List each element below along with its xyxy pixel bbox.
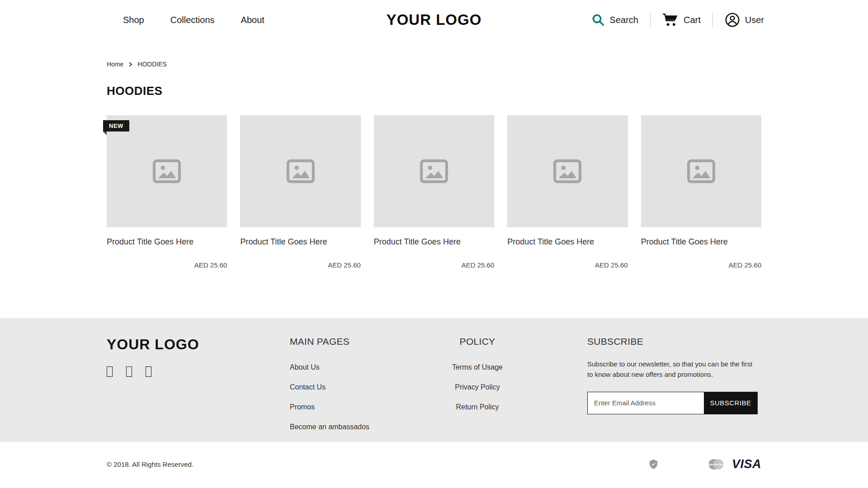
footer-link-promos[interactable]: Promos [290,403,410,411]
footer-heading-main-pages: MAIN PAGES [290,336,410,347]
product-card[interactable]: Product Title Goes Here AED 25.60 [507,115,627,269]
secure-shield-icon [649,459,658,469]
footer-policy-column: POLICY Terms of Usage Privacy Policy Ret… [410,336,545,443]
footer-link-about-us[interactable]: About Us [290,363,410,371]
footer-brand-column: YOUR LOGO [107,336,290,443]
subscribe-button[interactable]: SUBSCRIBE [704,392,757,414]
footer-link-terms[interactable]: Terms of Usage [410,363,545,371]
policy-links: Terms of Usage Privacy Policy Return Pol… [410,363,545,411]
product-image-placeholder [641,115,761,227]
product-title[interactable]: Product Title Goes Here [107,237,227,247]
product-image-placeholder [507,115,627,227]
site-footer: YOUR LOGO MAIN PAGES About Us Contact Us… [0,318,868,442]
cart-icon [662,13,679,27]
new-badge: NEW [103,120,129,131]
main-pages-links: About Us Contact Us Promos Become an amb… [290,363,410,431]
footer-logo: YOUR LOGO [107,336,290,353]
image-placeholder-icon [152,159,181,183]
search-button[interactable]: Search [591,13,638,27]
image-placeholder-icon [553,159,582,183]
user-button[interactable]: User [725,12,764,28]
main-content: Home HOODIES HOODIES NEW Product Title G… [107,40,761,269]
product-title[interactable]: Product Title Goes Here [641,237,761,247]
footer-link-ambassador[interactable]: Become an ambassados [290,423,410,431]
bottom-bar: © 2018. All Rights Reserved. MasterCard … [0,442,868,486]
product-image-placeholder [107,115,227,227]
footer-link-return[interactable]: Return Policy [410,403,545,411]
footer-grid: YOUR LOGO MAIN PAGES About Us Contact Us… [107,336,761,443]
social-icon[interactable] [126,366,132,377]
product-image-placeholder [374,115,494,227]
header-divider [712,13,713,27]
product-price: AED 25.60 [107,261,227,269]
product-price: AED 25.60 [507,261,627,269]
search-label: Search [610,15,638,25]
image-placeholder-icon [420,159,448,183]
footer-heading-subscribe: SUBSCRIBE [587,336,758,347]
cart-label: Cart [684,15,701,25]
image-placeholder-icon [687,159,716,183]
search-icon [591,13,605,27]
footer-subscribe-column: SUBSCRIBE Subscribe to our newsletter, s… [545,336,761,443]
product-price: AED 25.60 [374,261,494,269]
payment-icons: MasterCard VISA [649,457,761,471]
breadcrumb: Home HOODIES [107,40,761,68]
product-image-placeholder [240,115,360,227]
header-actions: Search Cart User [591,12,764,28]
footer-main-pages-column: MAIN PAGES About Us Contact Us Promos Be… [290,336,410,443]
user-icon [725,12,740,28]
image-placeholder-icon [286,159,315,183]
product-title[interactable]: Product Title Goes Here [374,237,494,247]
site-header: Shop Collections About YOUR LOGO Search … [0,0,868,40]
visa-logo: VISA [732,457,761,471]
product-card[interactable]: NEW Product Title Goes Here AED 25.60 [107,115,227,269]
footer-link-privacy[interactable]: Privacy Policy [410,383,545,391]
social-icon[interactable] [107,366,113,377]
breadcrumb-home[interactable]: Home [107,61,123,68]
social-icon[interactable] [146,366,151,377]
nav-item-collections[interactable]: Collections [170,15,215,25]
nav-item-shop[interactable]: Shop [123,15,144,25]
page-title: HOODIES [107,84,761,98]
user-label: User [745,15,764,25]
footer-link-contact-us[interactable]: Contact Us [290,383,410,391]
product-grid: NEW Product Title Goes Here AED 25.60 [107,115,761,269]
subscribe-description: Subscribe to our newsletter, so that you… [587,359,758,380]
product-card[interactable]: Product Title Goes Here AED 25.60 [240,115,360,269]
header-divider [650,13,651,27]
product-card[interactable]: Product Title Goes Here AED 25.60 [374,115,494,269]
social-links [107,366,290,377]
product-card[interactable]: Product Title Goes Here AED 25.60 [641,115,761,269]
nav-item-about[interactable]: About [241,15,264,25]
subscribe-form: SUBSCRIBE [587,392,758,414]
breadcrumb-chevron-icon [128,62,132,66]
cart-button[interactable]: Cart [662,13,701,27]
footer-heading-policy: POLICY [410,336,545,347]
breadcrumb-current: HOODIES [137,61,167,68]
product-price: AED 25.60 [240,261,360,269]
site-logo[interactable]: YOUR LOGO [387,11,482,28]
product-title[interactable]: Product Title Goes Here [507,237,627,247]
email-input[interactable] [588,392,704,414]
main-nav: Shop Collections About [123,15,264,25]
product-price: AED 25.60 [641,261,761,269]
copyright-text: © 2018. All Rights Reserved. [107,460,193,468]
mastercard-label: MasterCard [708,463,723,465]
bottom-bar-inner: © 2018. All Rights Reserved. MasterCard … [107,442,761,486]
product-title[interactable]: Product Title Goes Here [240,237,360,247]
mastercard-icon: MasterCard [707,458,726,470]
